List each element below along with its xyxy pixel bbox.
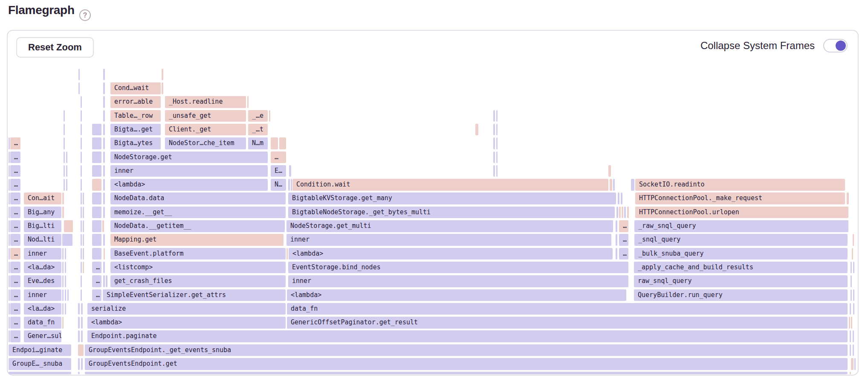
flame-bar[interactable] (610, 179, 612, 191)
flame-bar[interactable]: N… (271, 179, 286, 191)
flame-bar[interactable] (624, 207, 626, 219)
flame-bar[interactable] (83, 192, 84, 204)
flame-bar[interactable] (616, 220, 617, 232)
flame-bar[interactable] (493, 124, 495, 136)
flame-bar[interactable] (66, 179, 67, 191)
flame-bar[interactable] (851, 289, 852, 301)
flame-bar[interactable]: <la…da> (24, 262, 61, 274)
flame-bar[interactable] (853, 234, 854, 246)
flame-bar[interactable] (9, 152, 10, 163)
flame-bar[interactable] (66, 152, 67, 163)
flame-bar[interactable]: NodeData.data (110, 192, 286, 204)
flame-bar[interactable]: Cond…wait (110, 82, 161, 94)
flame-bar[interactable]: … (10, 262, 20, 274)
flame-bar[interactable] (64, 179, 65, 191)
flame-bar[interactable] (83, 220, 84, 232)
flame-bar[interactable]: Big…lti (24, 220, 61, 232)
flame-bar[interactable] (81, 137, 82, 149)
flame-bar[interactable] (92, 124, 101, 136)
flame-bar[interactable] (271, 137, 278, 149)
flame-bar[interactable]: … (10, 317, 20, 329)
flame-bar[interactable] (104, 248, 105, 260)
flame-bar[interactable]: inner (110, 165, 268, 177)
flame-bar[interactable] (62, 234, 72, 246)
flame-bar[interactable] (83, 248, 84, 260)
flame-bar[interactable] (627, 207, 629, 219)
flame-bar[interactable]: … (271, 152, 286, 163)
flame-bar[interactable] (9, 207, 10, 219)
flame-bar[interactable]: Nod…lti (24, 234, 61, 246)
flame-bar[interactable] (81, 192, 82, 204)
flame-bar[interactable] (92, 248, 101, 260)
flame-bar[interactable] (279, 137, 286, 149)
flame-bar[interactable]: … (10, 165, 20, 177)
flame-bar[interactable]: NodeStorage.get (110, 152, 268, 163)
flame-bar[interactable]: Gener…sult (24, 330, 61, 342)
flame-bar[interactable] (103, 275, 105, 287)
flame-bar[interactable]: N…m (248, 137, 268, 149)
flame-bar[interactable] (496, 137, 498, 149)
flame-bar[interactable]: … (92, 262, 101, 274)
flame-bar[interactable] (493, 110, 495, 122)
flame-bar[interactable]: <lambda> (87, 317, 286, 329)
flame-bar[interactable] (92, 207, 101, 219)
flame-bar[interactable]: Big…any (24, 207, 61, 219)
flame-bar[interactable] (92, 165, 101, 177)
flame-bar[interactable] (92, 192, 101, 204)
flame-bar[interactable] (288, 179, 290, 191)
flame-bar[interactable] (9, 234, 10, 246)
flame-bar[interactable] (852, 248, 853, 260)
flame-bar[interactable] (81, 124, 82, 136)
flame-bar[interactable]: Eve…des (24, 275, 61, 287)
flame-bar[interactable] (851, 275, 852, 287)
flame-bar[interactable] (62, 275, 64, 287)
flame-bar[interactable] (851, 358, 854, 370)
flame-bar[interactable] (65, 262, 66, 274)
flame-bar[interactable] (64, 165, 65, 177)
flame-bar[interactable] (853, 330, 854, 342)
flame-bar[interactable]: error…able (110, 96, 161, 108)
flame-bar[interactable] (103, 124, 105, 136)
flame-bar[interactable] (616, 248, 617, 260)
flame-bar[interactable] (291, 179, 292, 191)
flame-bar[interactable]: _…t (248, 124, 268, 136)
flame-bar[interactable] (66, 165, 67, 177)
flame-bar[interactable] (103, 96, 105, 108)
flame-bar[interactable] (83, 262, 84, 274)
flame-bar[interactable] (9, 137, 10, 149)
flamegraph-canvas[interactable]: Cond…waiterror…able_Host.readlineTable…_… (0, 0, 868, 379)
flame-bar[interactable] (92, 179, 101, 191)
flame-bar[interactable]: … (619, 220, 628, 232)
flame-bar[interactable]: inner (24, 248, 61, 260)
flame-bar[interactable] (850, 303, 851, 315)
flame-bar[interactable]: <lambda> (110, 179, 268, 191)
flame-bar[interactable] (62, 207, 64, 219)
flame-bar[interactable] (618, 192, 619, 204)
flame-bar[interactable] (475, 124, 478, 136)
flame-bar[interactable]: … (10, 137, 20, 149)
flame-bar[interactable] (493, 165, 495, 177)
flame-bar[interactable]: EventStorage.bind_nodes (288, 262, 628, 274)
flame-bar[interactable]: GenericOffsetPaginator.get_result (287, 317, 848, 329)
flame-bar[interactable] (81, 234, 82, 246)
flame-bar[interactable]: BigtableNodeStorage._get_bytes_multi (288, 207, 615, 219)
flame-bar[interactable] (78, 344, 84, 356)
flame-bar[interactable]: inner (288, 275, 628, 287)
flame-bar[interactable]: SocketIO.readinto (635, 179, 845, 191)
flame-bar[interactable] (854, 358, 856, 370)
flame-bar[interactable] (62, 192, 64, 204)
flame-bar[interactable]: E… (271, 165, 286, 177)
flame-bar[interactable] (64, 220, 73, 232)
flame-bar[interactable]: Bigta…ytes (110, 137, 161, 149)
flame-bar[interactable] (9, 289, 10, 301)
flame-bar[interactable] (102, 220, 104, 232)
flame-bar[interactable]: Con…ait (24, 192, 61, 204)
flame-bar[interactable]: Endpoint.paginate (87, 330, 848, 342)
flame-bar[interactable]: _apply_cache_and_build_results (634, 262, 848, 274)
flame-bar[interactable]: BaseEvent.platform (110, 248, 286, 260)
flame-bar[interactable] (496, 165, 498, 177)
flame-bar[interactable] (9, 303, 10, 315)
flame-bar[interactable] (286, 248, 288, 260)
flame-bar[interactable] (65, 303, 66, 315)
flame-bar[interactable] (81, 248, 82, 260)
